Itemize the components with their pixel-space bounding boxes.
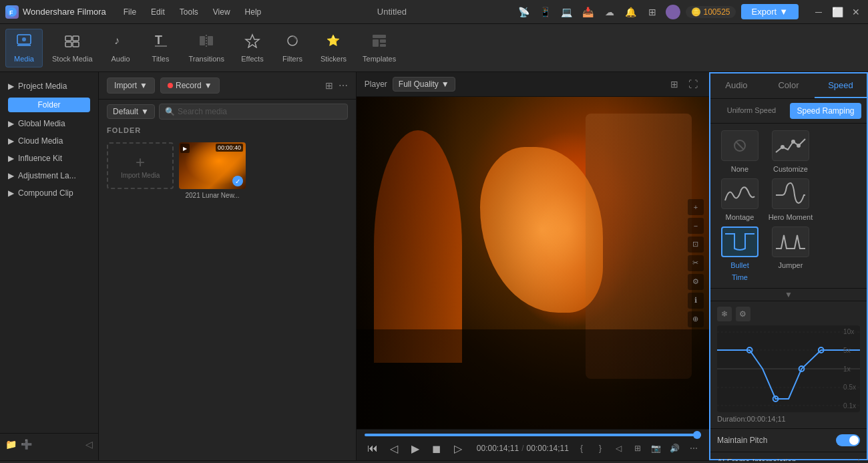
phone-icon[interactable]: 📱 bbox=[537, 4, 554, 20]
settings-icon[interactable]: ⚙ bbox=[688, 274, 704, 290]
import-media-tile[interactable]: + Import Media bbox=[107, 142, 174, 189]
tab-audio[interactable]: Audio bbox=[710, 73, 763, 98]
titlebar: F Wondershare Filmora File Edit Tools Vi… bbox=[0, 0, 868, 24]
import-arrow: ▼ bbox=[140, 81, 148, 90]
menu-file[interactable]: File bbox=[117, 5, 143, 19]
sidebar-folder[interactable]: Folder bbox=[8, 98, 90, 112]
progress-fill bbox=[365, 434, 701, 436]
snowflake-graph-icon[interactable]: ❄ bbox=[717, 307, 732, 321]
add-media-icon[interactable]: ➕ bbox=[21, 439, 32, 450]
record-button[interactable]: Record ▼ bbox=[160, 78, 220, 94]
import-icon[interactable]: 📥 bbox=[580, 4, 596, 20]
zoom-in-icon[interactable]: + bbox=[688, 199, 704, 215]
speed-option-none[interactable]: None bbox=[717, 130, 763, 173]
uniform-speed-tab[interactable]: Uniform Speed bbox=[716, 103, 787, 119]
toolbar-titles[interactable]: T Titles bbox=[142, 29, 180, 67]
cast-icon[interactable]: 📡 bbox=[516, 4, 532, 20]
tab-color[interactable]: Color bbox=[763, 73, 815, 98]
notify-icon[interactable]: 🔔 bbox=[623, 4, 639, 20]
toolbar-audio[interactable]: ♪ Audio bbox=[102, 29, 140, 67]
frame-forward-button[interactable]: ▷ bbox=[450, 440, 466, 456]
prev-marker-button[interactable]: ◁ bbox=[612, 441, 626, 456]
sidebar-cloud-label: Cloud Media bbox=[18, 136, 63, 146]
media-item-1[interactable]: 00:00:40 ✓ ▶ 2021 Lunar New... bbox=[179, 142, 246, 199]
play-button[interactable]: ▶ bbox=[407, 440, 423, 456]
frame-back-button[interactable]: ◁ bbox=[386, 440, 402, 456]
skip-back-button[interactable]: ⏮ bbox=[365, 440, 381, 456]
new-folder-icon[interactable]: 📁 bbox=[5, 439, 17, 450]
menu-bar: File Edit Tools View Help bbox=[117, 5, 268, 19]
snapshot-button[interactable]: 📷 bbox=[649, 441, 664, 456]
expand-icon[interactable]: ▼ bbox=[785, 290, 793, 299]
menu-view[interactable]: View bbox=[206, 5, 237, 19]
export-button[interactable]: Export ▼ bbox=[741, 4, 799, 19]
customize-label: Customize bbox=[773, 165, 808, 173]
collapse-sidebar-icon[interactable]: ◁ bbox=[85, 439, 93, 450]
info-icon[interactable]: ℹ bbox=[688, 293, 704, 309]
media-search-box[interactable]: 🔍 Search media bbox=[159, 104, 348, 120]
toolbar-filters[interactable]: Filters bbox=[274, 29, 311, 67]
maximize-button[interactable]: ⬜ bbox=[831, 7, 844, 17]
none-icon-box bbox=[721, 130, 758, 161]
speed-graph[interactable]: 10x 5x 1x 0.5x 0.1x bbox=[717, 325, 860, 412]
mark-in-button[interactable]: { bbox=[574, 441, 589, 456]
menu-tools[interactable]: Tools bbox=[173, 5, 205, 19]
user-avatar[interactable] bbox=[666, 5, 680, 19]
progress-thumb bbox=[693, 431, 701, 439]
svg-rect-8 bbox=[73, 42, 79, 47]
sort-icon[interactable]: ⊞ bbox=[325, 80, 333, 91]
toolbar-effects[interactable]: Effects bbox=[234, 29, 271, 67]
progress-bar[interactable] bbox=[365, 434, 701, 436]
quality-select[interactable]: Full Quality ▼ bbox=[393, 77, 455, 92]
sidebar-expand-icon: ▶ bbox=[8, 82, 14, 91]
default-select[interactable]: Default ▼ bbox=[107, 104, 155, 119]
playback-controls: ⏮ ◁ ▶ ◼ ▷ 00:00:14;11 / 00:00:14;11 { } … bbox=[365, 440, 701, 456]
svg-text:♪: ♪ bbox=[114, 35, 120, 46]
tab-speed[interactable]: Speed bbox=[815, 73, 867, 98]
default-label: Default bbox=[113, 107, 138, 116]
sidebar-global-media[interactable]: ▶ Global Media bbox=[0, 115, 98, 132]
cloud-icon[interactable]: ☁ bbox=[602, 4, 618, 20]
menu-edit[interactable]: Edit bbox=[144, 5, 172, 19]
speed-option-montage[interactable]: Montage bbox=[717, 178, 763, 221]
minimize-button[interactable]: ─ bbox=[812, 7, 825, 17]
more-btn[interactable]: ⋯ bbox=[686, 441, 701, 456]
toolbar-templates[interactable]: Templates bbox=[356, 29, 403, 67]
toolbar-stock[interactable]: Stock Media bbox=[45, 29, 99, 67]
maintain-pitch-toggle[interactable] bbox=[836, 434, 860, 446]
menu-help[interactable]: Help bbox=[238, 5, 268, 19]
media-thumbnail-1[interactable]: 00:00:40 ✓ ▶ bbox=[179, 142, 246, 189]
search-placeholder: Search media bbox=[178, 107, 227, 116]
toolbar-stickers[interactable]: ⭐ Stickers bbox=[314, 29, 353, 67]
close-button[interactable]: ✕ bbox=[849, 7, 863, 17]
grid-view-icon[interactable]: ⊞ bbox=[666, 76, 682, 92]
more-options-icon[interactable]: ⋯ bbox=[339, 80, 348, 91]
speed-option-bullet[interactable]: Bullet Time bbox=[717, 226, 763, 281]
grid-icon[interactable]: ⊞ bbox=[644, 4, 660, 20]
speed-ramping-tab[interactable]: Speed Ramping bbox=[790, 103, 861, 119]
fullscreen-icon[interactable]: ⛶ bbox=[685, 76, 701, 92]
time-display: 00:00:14;11 / 00:00:14;11 bbox=[477, 444, 569, 453]
settings-graph-icon[interactable]: ⚙ bbox=[736, 307, 750, 321]
crop-icon[interactable]: ✂ bbox=[688, 255, 704, 271]
import-button[interactable]: Import ▼ bbox=[107, 78, 155, 94]
sidebar-compound-clip[interactable]: ▶ Compound Clip bbox=[0, 184, 98, 202]
zoom-out-icon[interactable]: − bbox=[688, 218, 704, 234]
fit-icon[interactable]: ⊡ bbox=[688, 237, 704, 253]
sidebar-cloud-media[interactable]: ▶ Cloud Media bbox=[0, 132, 98, 150]
add-clip-button[interactable]: ⊞ bbox=[630, 441, 645, 456]
sidebar-adjustment-layer[interactable]: ▶ Adjustment La... bbox=[0, 167, 98, 184]
speed-option-jumper[interactable]: Jumper bbox=[768, 226, 813, 281]
mark-out-button[interactable]: } bbox=[593, 441, 608, 456]
audio-btn[interactable]: 🔊 bbox=[668, 441, 682, 456]
sidebar-influence-kit[interactable]: ▶ Influence Kit bbox=[0, 150, 98, 167]
duration-label: Duration:00:00:14;11 bbox=[717, 415, 786, 423]
speed-option-hero[interactable]: Hero Moment bbox=[768, 178, 813, 221]
speed-option-customize[interactable]: Customize bbox=[768, 130, 813, 173]
toolbar-media[interactable]: Media bbox=[5, 29, 43, 67]
stop-button[interactable]: ◼ bbox=[429, 440, 445, 456]
sidebar-project-media[interactable]: ▶ Project Media bbox=[0, 78, 98, 95]
toolbar-transitions[interactable]: Transitions bbox=[182, 29, 231, 67]
extra-icon[interactable]: ⊕ bbox=[688, 311, 704, 327]
desktop-icon[interactable]: 💻 bbox=[559, 4, 575, 20]
